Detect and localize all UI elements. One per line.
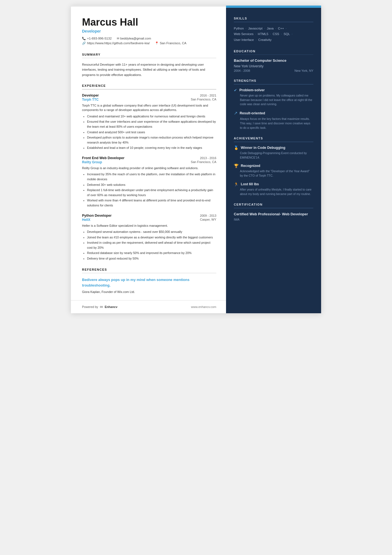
- brand-logo-icon: ∞: [100, 304, 103, 309]
- education-title: EDUCATION: [234, 50, 313, 53]
- job-3-desc: Heller is a Software Editor specialized …: [82, 223, 216, 228]
- website-url: https://www.https://github.com//bedivere…: [87, 41, 150, 45]
- job-2-dates: 2013 - 2016: [200, 156, 216, 160]
- right-column: SKILLS Python · Javascript · Java · C++ …: [226, 6, 321, 313]
- bullet-item: Delivery time of good reduced by 50%: [87, 256, 216, 261]
- job-2-bullets: Increased by 35% the reach of users to t…: [82, 172, 216, 208]
- bullet-item: Established and lead a team of 10 people…: [87, 145, 216, 151]
- skill-ui: User Interface: [234, 38, 254, 41]
- job-3-header: Python Developer 2009 - 2013: [82, 214, 216, 218]
- skills-title: SKILLS: [234, 17, 313, 20]
- bullet-item: Developed python scripts to automate ima…: [87, 135, 216, 145]
- achievement-3-icon: 🏃: [234, 182, 239, 186]
- education-divider: [234, 55, 313, 55]
- edu-location: New York, NY: [294, 69, 313, 72]
- bullet-item: Involved in coding as per the requiremen…: [87, 240, 216, 250]
- experience-title: EXPERIENCE: [82, 84, 216, 87]
- experience-section: EXPERIENCE Developer 2016 - 2021 Torph T…: [82, 84, 216, 261]
- bullet-item: Worked with more than 4 different teams …: [87, 198, 216, 208]
- achievement-1-header: 🏅 Winner in Code Debugging: [234, 145, 313, 150]
- job-3-company-row: HellX Casper, WY: [82, 218, 216, 222]
- job-1-company-row: Torph TTC San Francisco, CA: [82, 98, 216, 102]
- summary-section: SUMMARY Resourceful Developer with 11+ y…: [82, 53, 216, 78]
- skills-section: SKILLS Python · Javascript · Java · C++ …: [234, 17, 313, 43]
- achievement-2-header: 🏆 Recognized: [234, 164, 313, 168]
- skill-html5: HTML5: [258, 32, 268, 36]
- job-3: Python Developer 2009 - 2013 HellX Caspe…: [82, 214, 216, 261]
- strength-2-header: ↗ Result-oriented: [234, 110, 313, 116]
- dot-1: ·: [245, 27, 247, 30]
- skill-css: CSS: [273, 32, 279, 36]
- achievement-1: 🏅 Winner in Code Debugging Code Debuggin…: [234, 145, 313, 160]
- achievement-2-name: Recognized: [241, 164, 260, 168]
- bullet-item: Developed several automation systems - s…: [87, 230, 216, 235]
- edu-school: New York University: [234, 64, 313, 68]
- job-2-location: San Francisco, CA: [191, 160, 216, 164]
- reference-author: Giora Kaplan, Founder of Wix.com Ltd.: [82, 290, 216, 293]
- email-icon: ✉: [117, 37, 119, 40]
- reference-quote: Bedivere always pops up in my mind when …: [82, 277, 216, 288]
- link-icon: 🔗: [82, 41, 86, 45]
- achievements-title: ACHIEVEMENTS: [234, 137, 313, 140]
- edu-dates-loc: 2004 - 2008 New York, NY: [234, 69, 313, 72]
- dot-3: ·: [274, 27, 277, 30]
- skills-divider: [234, 22, 313, 22]
- strengths-section: STRENGTHS ✔ Problem-solver Never give up…: [234, 79, 313, 130]
- achievement-3-desc: After years of unhealthy lifestyle, I fi…: [234, 188, 313, 196]
- bullet-item: Increased by 35% the reach of users to t…: [87, 172, 216, 182]
- summary-text: Resourceful Developer with 11+ years of …: [82, 62, 216, 77]
- job-1: Developer 2016 - 2021 Torph TTC San Fran…: [82, 93, 216, 151]
- footer-website: www.enhancv.com: [191, 305, 216, 309]
- strength-2: ↗ Result-oriented Always focus on the ke…: [234, 110, 313, 130]
- strength-1: ✔ Problem-solver Never give up on proble…: [234, 88, 313, 107]
- skill-sql: SQL: [284, 32, 290, 36]
- bullet-item: Joined the team as #10 employee as a dev…: [87, 235, 216, 240]
- dot-5: ·: [254, 32, 257, 36]
- skill-webservices: Web Services: [234, 32, 254, 36]
- powered-by: Powered by ∞ Enhancv: [82, 304, 117, 309]
- accent-bar-top: [226, 6, 321, 8]
- job-1-bullets: Created and maintained 10+ web applicati…: [82, 114, 216, 151]
- skill-creativity: Creativity: [258, 38, 272, 41]
- experience-divider: [82, 89, 216, 90]
- skills-list: Python · Javascript · Java · C++ · Web S…: [234, 26, 313, 43]
- job-2-title: Front End Web Developer: [82, 156, 125, 160]
- achievement-1-icon: 🏅: [234, 145, 239, 150]
- job-1-desc: Torph TTC is a global software company t…: [82, 103, 216, 112]
- achievement-3: 🏃 Lost 60 lbs After years of unhealthy l…: [234, 182, 313, 196]
- contact-row-1: 📞 +1-693-996-5132 ✉ beddylea@gmail.com: [82, 37, 216, 40]
- job-2-header: Front End Web Developer 2013 - 2016: [82, 156, 216, 160]
- dot-9: ·: [255, 38, 257, 41]
- achievement-3-name: Lost 60 lbs: [241, 182, 259, 186]
- left-column: Marcus Hall Developer 📞 +1-693-996-5132 …: [71, 6, 226, 313]
- brand-name: Enhancv: [105, 305, 118, 309]
- location-icon: 📍: [155, 41, 159, 45]
- bullet-item: Created and analyzed 500+ unit test case…: [87, 130, 216, 135]
- job-1-header: Developer 2016 - 2021: [82, 93, 216, 97]
- email-address: beddylea@gmail.com: [120, 37, 151, 40]
- website-item: 🔗 https://www.https://github.com//bedive…: [82, 41, 150, 45]
- achievements-divider: [234, 142, 313, 142]
- bullet-item: Replaced 1 full-time web developer under…: [87, 188, 216, 198]
- strength-2-desc: Always focus on the key factors that max…: [234, 117, 313, 130]
- strengths-title: STRENGTHS: [234, 79, 313, 82]
- location-item: 📍 San Francisco, CA: [155, 41, 187, 45]
- bullet-item: Reduced database size by nearly 50% and …: [87, 251, 216, 256]
- skill-cpp: C++: [278, 27, 284, 30]
- cert-org: IWA: [234, 218, 313, 221]
- left-top-bar: [71, 6, 226, 7]
- achievement-2-desc: Acknowledged with the "Developer of the …: [234, 169, 313, 178]
- location-text: San Francisco, CA: [160, 41, 187, 45]
- bullet-item: Created and maintained 10+ web applicati…: [87, 114, 216, 119]
- achievement-1-desc: Code Debugging-Programming Event conduct…: [234, 151, 313, 160]
- job-3-company: HellX: [82, 218, 90, 222]
- strength-2-name: Result-oriented: [240, 111, 265, 115]
- achievement-2: 🏆 Recognized Acknowledged with the "Deve…: [234, 164, 313, 178]
- job-1-company: Torph TTC: [82, 98, 99, 102]
- certification-divider: [234, 208, 313, 208]
- references-section: REFERENCES Bedivere always pops up in my…: [82, 268, 216, 294]
- skill-javascript: Javascript: [248, 27, 262, 30]
- header-section: Marcus Hall Developer 📞 +1-693-996-5132 …: [82, 17, 216, 45]
- job-1-dates: 2016 - 2021: [200, 94, 216, 97]
- job-2-desc: Reilty Group is an industry-leading prov…: [82, 166, 216, 171]
